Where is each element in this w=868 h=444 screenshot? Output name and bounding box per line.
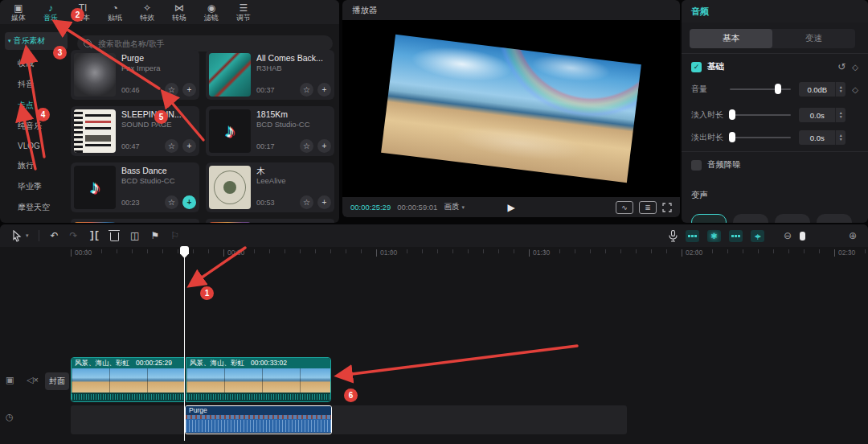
add-to-track-button[interactable]: +: [317, 83, 331, 97]
tab-adjust[interactable]: ☰调节: [233, 3, 254, 22]
sidebar-item-modern-sky[interactable]: 摩登天空: [0, 197, 71, 218]
snap-toggle-icon[interactable]: [686, 230, 699, 242]
add-to-track-button[interactable]: +: [317, 139, 331, 153]
voice-option[interactable]: [691, 214, 727, 223]
split-button[interactable]: ][: [89, 230, 99, 241]
timeline-ruler[interactable]: 00:00 00:30 01:00 01:30 02:00 02:30: [0, 247, 868, 260]
favorite-star-button[interactable]: ☆: [300, 195, 313, 209]
player-panel: 播放器 00:00:25:29 00:00:59:01 画质▾ ▶ ∿ ≣: [342, 0, 680, 217]
fade-in-slider[interactable]: [730, 114, 791, 116]
tab-media[interactable]: ▣媒体: [8, 3, 29, 22]
inspector-tabs: 基本 变速: [690, 29, 855, 48]
keyframe-diamond-icon[interactable]: ◇: [852, 85, 858, 94]
playhead[interactable]: [184, 248, 185, 441]
divider: [682, 53, 868, 54]
tab-sticker[interactable]: ◔贴纸: [104, 3, 125, 22]
favorite-star-button[interactable]: ☆: [165, 139, 178, 153]
delete-button[interactable]: [110, 230, 119, 241]
dot-line-glyph: [731, 235, 740, 237]
mark-out-button[interactable]: ⚐: [170, 230, 179, 241]
clip-timecode: 00:00:25:29: [136, 358, 172, 368]
fade-in-slider-handle[interactable]: [729, 109, 735, 120]
sidebar-item-pure-music[interactable]: 纯音乐: [0, 116, 71, 137]
music-card-purge[interactable]: Purge Pax Impera 00:46 ☆ +: [71, 50, 199, 100]
video-clip-segment-1[interactable]: 风景、海山、彩虹 00:00:25:29: [71, 357, 185, 402]
link-preview-toggle-icon[interactable]: [729, 230, 743, 242]
mark-in-button[interactable]: ⚑: [150, 230, 159, 241]
fade-in-value-box: 0.0s ▲▼: [799, 108, 845, 122]
add-to-track-button[interactable]: +: [317, 195, 331, 209]
favorite-star-button[interactable]: ☆: [300, 83, 313, 97]
album-art: [209, 222, 251, 223]
annotation-step-6: 6: [344, 388, 358, 402]
denoise-checkbox[interactable]: [691, 160, 702, 171]
fade-out-slider-handle[interactable]: [729, 132, 735, 142]
zoom-out-icon[interactable]: ⊖: [784, 230, 792, 241]
sidebar-item-vlog[interactable]: VLOG: [0, 137, 71, 155]
undo-button[interactable]: ↶: [51, 230, 59, 241]
card-meta: 木 LeeAlive 00:53 ☆ +: [251, 166, 331, 209]
sidebar-item-travel[interactable]: 旅行: [0, 155, 71, 176]
tab-transition[interactable]: ⋈转场: [169, 3, 190, 22]
tab-basic[interactable]: 基本: [690, 29, 772, 48]
music-card-1815km[interactable]: ♪ 1815Km BCD Studio-CC 00:17 ☆ +: [206, 106, 334, 156]
chevron-down-icon[interactable]: ▾: [26, 232, 29, 239]
play-button[interactable]: ▶: [507, 202, 514, 213]
reset-icon[interactable]: ↺: [837, 61, 845, 72]
basic-checkbox[interactable]: ✓: [691, 62, 702, 72]
song-title: 木: [256, 166, 331, 176]
favorite-star-button[interactable]: ☆: [165, 195, 178, 209]
clip-filmstrip: [72, 368, 184, 393]
track-thumbnail-toggle-icon[interactable]: ▣: [6, 375, 14, 385]
add-to-track-button-active[interactable]: +: [182, 195, 196, 209]
audio-clip-purge[interactable]: Purge: [185, 405, 332, 434]
timeline-tracks: ▣ ◁× 封面 ◷ 风景、海山、彩虹 00:00:25:29 风景、海山、彩虹 …: [0, 260, 868, 444]
sidebar-item-beat[interactable]: 卡点: [0, 95, 71, 116]
stepper[interactable]: ▲▼: [835, 108, 845, 122]
music-card-all-comes-back[interactable]: All Comes Back... R3HAB 00:37 ☆ +: [206, 50, 334, 100]
track-split-toggle-icon[interactable]: ◂|▸: [751, 230, 764, 242]
music-card-bass-dance[interactable]: ♪ Bass Dance BCD Studio-CC 00:23 ☆ +: [71, 162, 199, 212]
favorite-star-button[interactable]: ☆: [165, 83, 178, 97]
quality-dropdown[interactable]: 画质▾: [444, 202, 465, 212]
auto-beat-toggle-icon[interactable]: ✱: [707, 230, 721, 242]
cover-button[interactable]: 封面: [45, 372, 69, 390]
timeline-toolbar: ▾ ↶ ↷ ][ ◫ ⚑ ⚐ ✱ ◂|▸ ⊖ ⊕: [0, 224, 868, 247]
scope-icon[interactable]: ∿: [616, 201, 633, 214]
video-clip-segment-2[interactable]: 风景、海山、彩虹 00:00:33:02: [186, 357, 331, 402]
record-mic-icon[interactable]: [669, 230, 678, 242]
fade-out-slider[interactable]: [730, 137, 791, 138]
sidebar-item-graduation[interactable]: 毕业季: [0, 176, 71, 197]
tab-speed[interactable]: 变速: [772, 29, 855, 48]
zoom-fit-icon[interactable]: ⊕: [849, 230, 857, 241]
volume-slider-handle[interactable]: [775, 84, 781, 94]
favorite-star-button[interactable]: ☆: [300, 139, 313, 153]
tab-filter[interactable]: ◉滤镜: [201, 3, 222, 22]
track-history-icon[interactable]: ◷: [6, 412, 14, 422]
redo-button[interactable]: ↷: [70, 230, 78, 241]
select-tool-button[interactable]: [11, 230, 23, 242]
add-to-track-button[interactable]: +: [182, 83, 196, 97]
fullscreen-icon[interactable]: [662, 203, 672, 212]
tab-effects[interactable]: ✧特效: [137, 3, 158, 22]
music-card-mu[interactable]: 木 LeeAlive 00:53 ☆ +: [206, 162, 334, 212]
tab-music[interactable]: ♪音乐: [40, 3, 61, 22]
ratio-icon[interactable]: ≣: [639, 201, 657, 214]
voice-option[interactable]: [817, 214, 852, 223]
current-timecode: 00:00:25:29: [350, 203, 391, 212]
volume-slider[interactable]: [730, 88, 791, 90]
mute-track-icon[interactable]: ◁×: [27, 375, 39, 385]
timeline-zoom-handle[interactable]: [800, 232, 805, 240]
keyframe-diamond-icon[interactable]: ◇: [852, 63, 858, 72]
sidebar-item-douyin[interactable]: 抖音: [0, 74, 71, 95]
preview-viewport[interactable]: [342, 20, 680, 197]
annotation-step-5: 5: [154, 110, 168, 124]
add-to-track-button[interactable]: +: [182, 139, 196, 153]
freeze-frame-button[interactable]: ◫: [130, 230, 139, 241]
music-card-sleeping-in[interactable]: SLEEPING IN... SOUND PAGE 00:47 ☆ +: [71, 106, 199, 156]
voice-option[interactable]: [733, 214, 768, 223]
voice-option[interactable]: [775, 214, 810, 223]
audio-track-lane[interactable]: [71, 405, 627, 434]
stepper[interactable]: ▲▼: [835, 130, 845, 145]
stepper[interactable]: ▲▼: [835, 82, 845, 97]
